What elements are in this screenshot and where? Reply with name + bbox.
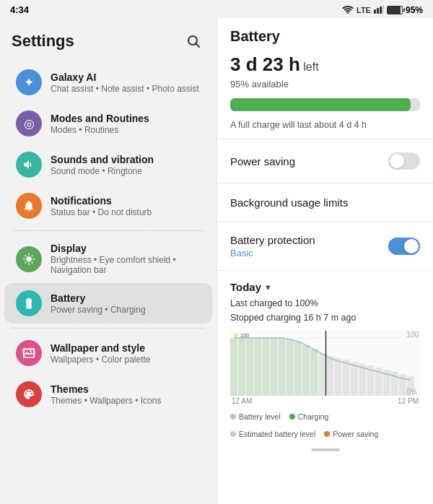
sidebar-item-galaxy-ai[interactable]: ✦ Galaxy AI Chat assist • Note assist • … (4, 62, 212, 103)
power-saving-toggle[interactable] (388, 152, 420, 170)
dropdown-arrow[interactable]: ▼ (264, 283, 272, 292)
chart-legend: Battery level Charging Estimated battery… (217, 409, 433, 444)
legend-label-power: Power saving (333, 430, 378, 438)
sidebar-item-battery[interactable]: Battery Power saving • Charging (4, 283, 212, 323)
svg-point-0 (347, 12, 349, 13)
svg-rect-4 (382, 5, 384, 14)
sidebar-item-notifications[interactable]: Notifications Status bar • Do not distur… (4, 186, 212, 226)
svg-rect-16 (287, 339, 294, 396)
sidebar-item-themes[interactable]: Themes Themes • Wallpapers • Icons (4, 374, 212, 414)
sidebar-item-sounds[interactable]: Sounds and vibration Sound mode • Ringto… (4, 144, 212, 185)
legend-dot-estimated (230, 431, 236, 437)
search-button[interactable] (182, 30, 205, 53)
full-charge-text: A full charge will last about 4 d 4 h (217, 116, 433, 136)
battery-status-icon (387, 6, 403, 14)
sounds-icon (16, 152, 42, 178)
battery-chart: ⚡ 100 100 0% (230, 331, 420, 396)
battery-text: Battery Power saving • Charging (51, 292, 201, 315)
svg-rect-18 (302, 345, 310, 396)
sidebar-item-modes-routines[interactable]: ◎ Modes and Routines Modes • Routines (4, 103, 212, 144)
legend-dot-charging (289, 414, 295, 420)
svg-rect-11 (246, 338, 253, 396)
legend-label-charging: Charging (298, 412, 329, 421)
battery-icon-menu (16, 290, 42, 316)
chart-label-0: 0% (406, 388, 419, 396)
background-usage-row[interactable]: Background usage limits (217, 186, 433, 219)
protection-sublabel: Basic (230, 248, 315, 258)
galaxy-ai-text: Galaxy AI Chat assist • Note assist • Ph… (51, 71, 201, 94)
divider-2 (12, 328, 205, 329)
battery-protection-row[interactable]: Battery protection Basic (217, 225, 433, 267)
svg-rect-20 (318, 354, 325, 396)
chart-label-12pm: 12 PM (398, 397, 419, 405)
svg-rect-15 (279, 338, 286, 396)
status-icons: LTE 95% (342, 5, 423, 15)
svg-rect-19 (310, 349, 318, 396)
scroll-bar (311, 448, 340, 451)
notifications-text: Notifications Status bar • Do not distur… (51, 195, 201, 217)
sounds-text: Sounds and vibration Sound mode • Ringto… (51, 154, 201, 176)
divider-6 (217, 270, 433, 271)
svg-line-6 (196, 44, 200, 48)
chart-label-100: 100 (406, 331, 419, 339)
display-text: Display Brightness • Eye comfort shield … (51, 243, 201, 275)
svg-rect-17 (294, 342, 302, 396)
power-saving-row[interactable]: Power saving (217, 142, 433, 180)
power-saving-label: Power saving (230, 155, 295, 168)
svg-rect-1 (374, 9, 376, 14)
divider-5 (217, 222, 433, 222)
main-content: Settings ✦ Galaxy AI Chat assist • Note … (0, 18, 433, 504)
battery-percent: 95% (406, 5, 423, 15)
display-icon (16, 246, 42, 272)
notifications-icon (16, 193, 42, 219)
svg-rect-22 (335, 358, 342, 396)
legend-dot-power (324, 431, 330, 437)
sidebar-item-wallpaper[interactable]: Wallpaper and style Wallpapers • Color p… (4, 333, 212, 373)
wallpaper-icon (16, 340, 42, 366)
today-row: Today ▼ (230, 281, 420, 293)
protection-title: Battery protection (230, 234, 315, 246)
battery-protection-knob (404, 239, 419, 253)
bars-icon (374, 5, 384, 15)
legend-label-battery: Battery level (239, 412, 281, 421)
wifi-icon (342, 5, 354, 15)
right-panel: Battery 3 d 23 h left 95% available A fu… (216, 18, 433, 504)
panel-title: Battery (217, 18, 433, 51)
sidebar-item-display[interactable]: Display Brightness • Eye comfort shield … (4, 235, 212, 282)
divider-4 (217, 183, 433, 183)
galaxy-ai-icon: ✦ (16, 69, 42, 95)
svg-rect-24 (351, 362, 358, 396)
legend-estimated: Estimated battery level (230, 430, 315, 438)
themes-icon (16, 381, 42, 407)
divider-3 (217, 139, 433, 139)
scroll-indicator (217, 444, 433, 456)
svg-rect-10 (238, 338, 245, 396)
svg-rect-12 (254, 338, 261, 396)
themes-text: Themes Themes • Wallpapers • Icons (51, 383, 201, 406)
status-bar: 4:34 LTE 95% (0, 0, 433, 18)
modes-icon: ◎ (16, 110, 42, 136)
svg-text:⚡ 100: ⚡ 100 (232, 332, 249, 339)
svg-rect-14 (271, 338, 278, 396)
sidebar-header: Settings (0, 24, 216, 61)
legend-charging: Charging (289, 412, 329, 421)
wallpaper-text: Wallpaper and style Wallpapers • Color p… (51, 342, 201, 365)
today-label: Today (230, 281, 261, 293)
svg-rect-13 (263, 338, 270, 396)
chart-right-labels: 100 0% (406, 331, 419, 396)
signal-icon: LTE (357, 6, 371, 14)
legend-label-estimated: Estimated battery level (239, 430, 315, 438)
svg-rect-23 (343, 360, 350, 396)
svg-rect-21 (327, 356, 334, 396)
svg-rect-3 (380, 6, 382, 14)
sidebar-title: Settings (12, 32, 74, 51)
svg-rect-9 (230, 338, 237, 396)
battery-protection-toggle[interactable] (388, 238, 420, 255)
legend-battery-level: Battery level (230, 412, 281, 421)
status-time: 4:34 (10, 4, 29, 15)
modes-text: Modes and Routines Modes • Routines (51, 113, 201, 135)
chart-label-12am: 12 AM (232, 397, 252, 405)
battery-bar-container (230, 98, 420, 111)
svg-rect-2 (377, 8, 379, 14)
battery-available: 95% available (217, 77, 433, 94)
